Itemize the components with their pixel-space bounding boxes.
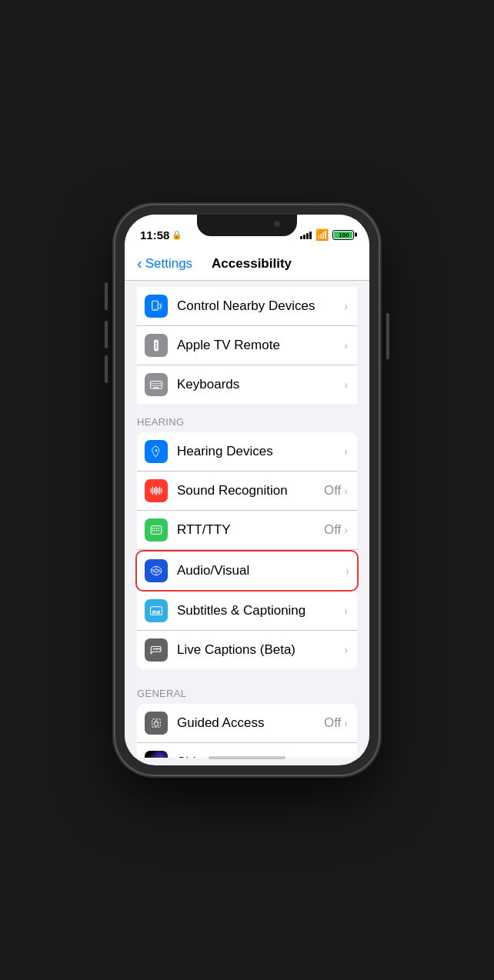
svg-rect-16 bbox=[158, 385, 159, 386]
item-value: Off bbox=[324, 483, 341, 498]
item-label: Live Captions (Beta) bbox=[177, 642, 344, 658]
rtt-tty-icon bbox=[145, 518, 168, 542]
audio-visual-row[interactable]: Audio/Visual › bbox=[135, 550, 359, 592]
section-header-hearing: Hearing bbox=[125, 404, 369, 432]
chevron-icon: › bbox=[344, 717, 348, 729]
svg-rect-28 bbox=[159, 530, 160, 532]
list-item[interactable]: Keyboards › bbox=[137, 365, 357, 404]
back-label: Settings bbox=[145, 256, 192, 272]
svg-point-19 bbox=[155, 449, 158, 452]
svg-point-29 bbox=[155, 569, 159, 573]
chevron-icon: › bbox=[345, 565, 349, 577]
item-value: Off bbox=[324, 715, 341, 731]
svg-rect-12 bbox=[160, 383, 162, 385]
svg-rect-27 bbox=[156, 530, 158, 532]
audio-visual-icon bbox=[145, 559, 168, 582]
top-section-group: Control Nearby Devices › bbox=[137, 287, 357, 404]
item-label: Apple TV Remote bbox=[177, 338, 344, 353]
svg-rect-26 bbox=[154, 530, 155, 532]
item-label: Control Nearby Devices bbox=[177, 298, 344, 314]
battery-icon: 100 bbox=[332, 230, 354, 240]
chevron-icon: › bbox=[344, 300, 348, 312]
svg-rect-38 bbox=[155, 722, 159, 726]
page-title: Accessibility bbox=[192, 256, 311, 272]
hearing-section: Hearing Hearing Devices › bbox=[125, 404, 369, 669]
wifi-icon: 📶 bbox=[315, 228, 329, 241]
list-item[interactable]: Hearing Devices › bbox=[137, 432, 357, 472]
sound-recognition-icon bbox=[145, 479, 168, 502]
item-label: Subtitles & Captioning bbox=[177, 603, 344, 618]
svg-rect-5 bbox=[155, 346, 157, 347]
item-label: Audio/Visual bbox=[177, 563, 345, 578]
list-item[interactable]: Subtitles & Captioning › bbox=[137, 592, 357, 631]
chevron-icon: › bbox=[344, 524, 348, 536]
apple-tv-remote-icon bbox=[145, 334, 168, 357]
section-header-general: General bbox=[125, 675, 369, 704]
item-label: Guided Access bbox=[177, 715, 324, 731]
svg-rect-21 bbox=[152, 528, 154, 529]
svg-rect-14 bbox=[154, 385, 155, 386]
svg-rect-33 bbox=[152, 611, 156, 612]
svg-rect-18 bbox=[153, 387, 159, 388]
signal-icon bbox=[300, 230, 312, 239]
svg-rect-23 bbox=[156, 528, 158, 529]
list-item[interactable]: Control Nearby Devices › bbox=[137, 287, 357, 326]
svg-rect-24 bbox=[159, 528, 160, 529]
svg-rect-17 bbox=[160, 385, 162, 386]
siri-icon bbox=[145, 751, 168, 758]
list-item[interactable]: Guided Access Off › bbox=[137, 704, 357, 743]
item-label: Hearing Devices bbox=[177, 444, 344, 459]
chevron-icon: › bbox=[344, 485, 348, 497]
scroll-content[interactable]: Control Nearby Devices › bbox=[125, 281, 369, 758]
general-section: General Guided Access bbox=[125, 675, 369, 758]
svg-rect-36 bbox=[155, 612, 160, 614]
chevron-icon: › bbox=[344, 445, 348, 458]
phone-frame: 11:58 🔒 📶 100 ‹ Setti bbox=[115, 205, 379, 775]
svg-point-3 bbox=[155, 342, 157, 344]
phone-screen: 11:58 🔒 📶 100 ‹ Setti bbox=[125, 215, 369, 765]
svg-rect-13 bbox=[152, 385, 153, 386]
item-value: Off bbox=[324, 522, 341, 538]
status-icons: 📶 100 bbox=[300, 228, 354, 241]
camera-dot bbox=[274, 221, 280, 227]
svg-rect-10 bbox=[155, 383, 157, 385]
navigation-bar: ‹ Settings Accessibility bbox=[125, 248, 369, 281]
status-time: 11:58 🔒 bbox=[140, 228, 182, 242]
general-list-group: Guided Access Off › Siri › bbox=[137, 704, 357, 758]
svg-rect-34 bbox=[152, 612, 155, 614]
chevron-icon: › bbox=[344, 756, 348, 758]
chevron-icon: › bbox=[344, 605, 348, 617]
back-button[interactable]: ‹ Settings bbox=[137, 255, 192, 272]
list-item[interactable]: Apple TV Remote › bbox=[137, 326, 357, 365]
item-label: Keyboards bbox=[177, 377, 344, 392]
keyboards-icon bbox=[145, 373, 168, 396]
svg-point-39 bbox=[155, 720, 157, 722]
live-captions-icon bbox=[145, 638, 168, 662]
svg-rect-25 bbox=[152, 530, 154, 532]
notch bbox=[197, 215, 297, 236]
svg-rect-8 bbox=[152, 383, 153, 385]
svg-rect-35 bbox=[157, 611, 161, 612]
control-nearby-icon bbox=[145, 295, 168, 318]
list-item[interactable]: Sound Recognition Off › bbox=[137, 472, 357, 511]
guided-access-icon bbox=[145, 712, 168, 735]
subtitles-icon bbox=[145, 599, 168, 622]
time-display: 11:58 bbox=[140, 228, 169, 242]
list-item[interactable]: Live Captions (Beta) › bbox=[137, 631, 357, 669]
lock-icon: 🔒 bbox=[172, 230, 182, 240]
svg-rect-15 bbox=[155, 385, 157, 386]
item-label: Sound Recognition bbox=[177, 483, 324, 498]
svg-rect-6 bbox=[155, 348, 157, 348]
svg-rect-11 bbox=[158, 383, 159, 385]
chevron-icon: › bbox=[344, 644, 348, 656]
home-indicator bbox=[209, 756, 285, 759]
list-item[interactable]: RTT/TTY Off › bbox=[137, 511, 357, 550]
svg-rect-4 bbox=[155, 345, 157, 345]
hearing-devices-icon bbox=[145, 440, 168, 463]
item-label: RTT/TTY bbox=[177, 522, 324, 538]
svg-rect-9 bbox=[154, 383, 155, 385]
back-chevron-icon: ‹ bbox=[137, 255, 142, 272]
svg-rect-22 bbox=[154, 528, 155, 529]
chevron-icon: › bbox=[344, 378, 348, 391]
chevron-icon: › bbox=[344, 339, 348, 352]
